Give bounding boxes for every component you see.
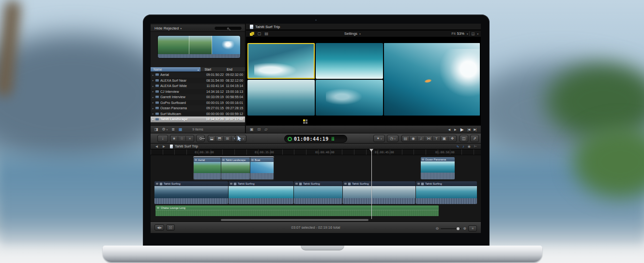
list-row[interactable]: ▸Surf Multicam00:00:00:0000:00:59:12	[151, 111, 245, 117]
list-row[interactable]: ▸GoPro Surfboard00:00:01:1900:00:16:01	[151, 100, 245, 106]
disclosure-triangle-icon[interactable]: ▸	[151, 96, 155, 99]
horizontal-scrollbar[interactable]	[221, 219, 368, 221]
next-frame-button[interactable]: ▶	[454, 128, 457, 131]
import-button[interactable]: ↓	[157, 135, 168, 142]
primary-clip[interactable]: Tahiti Surfing	[229, 181, 293, 204]
video-display-icon[interactable]: ▤	[265, 31, 269, 36]
zoom-slider-knob[interactable]	[457, 227, 460, 230]
disclosure-triangle-icon[interactable]: ▸	[151, 107, 155, 110]
clip-thumbnail	[250, 162, 274, 173]
history-back-icon[interactable]: ◀	[155, 145, 158, 148]
favorite-star-icon[interactable]: ★	[170, 136, 178, 141]
connected-clip[interactable]: Boat	[250, 158, 274, 179]
column-start[interactable]: Start	[200, 67, 224, 72]
previous-edit-button[interactable]: |◀	[468, 128, 470, 132]
breadcrumb[interactable]: Tahiti Surf Trip	[175, 144, 198, 148]
search-icon	[227, 28, 229, 29]
insert-edit-icon[interactable]: ⬒	[216, 136, 224, 141]
timeline-ruler[interactable]: 01:00:30:0001:00:35:0001:00:40:0001:00:4…	[151, 149, 481, 155]
clip-type-icon	[155, 113, 159, 115]
playhead[interactable]	[371, 149, 372, 219]
list-row[interactable]: ▸ALEXA Surf Wide11:03:41:1411:04:15:14	[151, 83, 245, 89]
select-tool-button[interactable]: ▾	[235, 135, 246, 142]
chevron-down-icon: ▾	[477, 32, 478, 35]
clip-appearance-button[interactable]: ≡	[468, 225, 477, 232]
play-button[interactable]: ▶	[460, 127, 464, 132]
crop-icon[interactable]: ⊡	[258, 127, 261, 132]
viewer-panel: Tahiti Surf Trip ▢ ▤ Settings ▾ Fit 53% …	[246, 24, 481, 133]
keyword-button[interactable]	[196, 135, 205, 142]
unrate-star-icon[interactable]: ☆	[178, 136, 186, 141]
column-name[interactable]: Name▴	[151, 67, 200, 72]
share-button[interactable]: ⇗	[470, 135, 479, 142]
media-browser-icon[interactable]: ▤	[402, 136, 410, 141]
timecode-display[interactable]: 01:00:44:19	[284, 135, 347, 143]
list-row[interactable]: ▸Garrett Interview00:33:09:1900:58:55:04	[151, 94, 245, 100]
clip-waveform	[416, 198, 477, 204]
angle-1-active[interactable]	[247, 43, 315, 79]
list-row[interactable]: ▸Ocean Panorama09:27:01:1509:27:28:15	[151, 105, 245, 111]
previous-frame-button[interactable]: ◀	[448, 128, 450, 131]
connected-clip[interactable]: Ocean Panorama	[421, 157, 455, 179]
column-end[interactable]: End	[224, 67, 245, 72]
disclosure-triangle-icon[interactable]: ▸	[151, 73, 155, 76]
angle-4[interactable]	[316, 80, 383, 116]
primary-clip[interactable]: Tahiti Surfing	[154, 181, 228, 204]
enhancements-button[interactable]: ✶▾	[373, 135, 385, 142]
skimming-toggle-icon[interactable]: ∿	[456, 145, 459, 148]
search-input[interactable]	[214, 26, 242, 30]
next-edit-button[interactable]: ▶|	[474, 128, 476, 132]
timeline-zoom-slider[interactable]	[441, 228, 461, 229]
append-edit-icon[interactable]: ⊞	[224, 136, 231, 141]
disclosure-triangle-icon[interactable]: ▸	[151, 90, 155, 93]
history-forward-icon[interactable]: ▶	[163, 145, 165, 148]
angle-grid-layout-button[interactable]	[303, 119, 307, 124]
event-filmstrip[interactable]	[157, 35, 241, 58]
transitions-browser-icon[interactable]: ⋈	[425, 136, 433, 141]
settings-menu[interactable]: Settings ▾	[344, 31, 361, 36]
disclosure-triangle-icon[interactable]: ▸	[151, 112, 155, 115]
transform-icon[interactable]: ▣	[250, 127, 254, 132]
connected-clip[interactable]: Aerial	[194, 158, 221, 179]
disclosure-triangle-icon[interactable]: ▸	[151, 101, 155, 104]
clip-label: Tahiti Landscape	[226, 159, 245, 161]
clip-start: 14:34:16:12	[200, 90, 224, 93]
distort-icon[interactable]: ▱	[264, 127, 267, 132]
connected-clip[interactable]: Tahiti Landscape	[221, 158, 250, 179]
connect-edit-icon[interactable]: ⬓	[208, 136, 216, 141]
angle-2[interactable]	[316, 43, 383, 79]
primary-clip[interactable]: Tahiti Surfing	[343, 181, 415, 204]
angle-viewer-icon[interactable]	[250, 32, 254, 36]
photos-browser-icon[interactable]: ◉	[410, 136, 417, 141]
zoom-out-icon[interactable]: ⊖	[436, 226, 439, 231]
background-tasks-button[interactable]: ◫	[460, 135, 468, 142]
list-row[interactable]: ▸ALEXA Surf Near08:31:54:0008:32:12:00	[151, 78, 245, 84]
reject-x-icon[interactable]: ×	[186, 136, 194, 141]
list-row[interactable]: ▸CJ Interview14:34:16:1215:00:16:13	[151, 89, 245, 95]
disclosure-triangle-icon[interactable]: ▸	[151, 85, 155, 88]
zoom-level-menu[interactable]: 53%	[457, 31, 464, 36]
clip-thumbnail	[221, 162, 250, 173]
retime-button[interactable]: ◷▾	[387, 135, 399, 142]
titles-browser-icon[interactable]: T	[433, 136, 441, 141]
connected-storyline[interactable]: AerialTahiti LandscapeBoat	[193, 156, 274, 180]
angle-3[interactable]	[247, 80, 315, 116]
themes-browser-icon[interactable]: ❖	[448, 136, 456, 141]
snapping-toggle-icon[interactable]: ⊢	[474, 145, 477, 148]
generators-browser-icon[interactable]: ▣	[441, 136, 448, 141]
solo-toggle-icon[interactable]: ◉	[468, 145, 471, 148]
audio-skimming-toggle-icon[interactable]: ♪	[462, 145, 464, 148]
primary-clip[interactable]: Tahiti Surfing	[416, 181, 477, 204]
disclosure-triangle-icon[interactable]: ▸	[151, 118, 155, 121]
music-browser-icon[interactable]: ♫	[417, 136, 425, 141]
filter-popup[interactable]: Hide Rejected	[154, 26, 179, 30]
list-row[interactable]: ▸Aerial09:01:50:2209:02:32:00	[151, 72, 245, 78]
clip-end: 10:37:17:02	[224, 117, 245, 121]
zoom-in-icon[interactable]: ⊕	[463, 226, 466, 231]
display-icon[interactable]: ▢	[258, 31, 261, 36]
audio-clip[interactable]: Chaise Lounge Long	[155, 205, 439, 216]
disclosure-triangle-icon[interactable]: ▸	[151, 79, 155, 82]
primary-clip[interactable]: Tahiti Surfing	[294, 181, 342, 204]
viewer-options-icon[interactable]: ◫	[471, 31, 475, 36]
list-row[interactable]: ▸Tahiti Landscape10:34:32:2010:37:17:02	[151, 117, 245, 122]
